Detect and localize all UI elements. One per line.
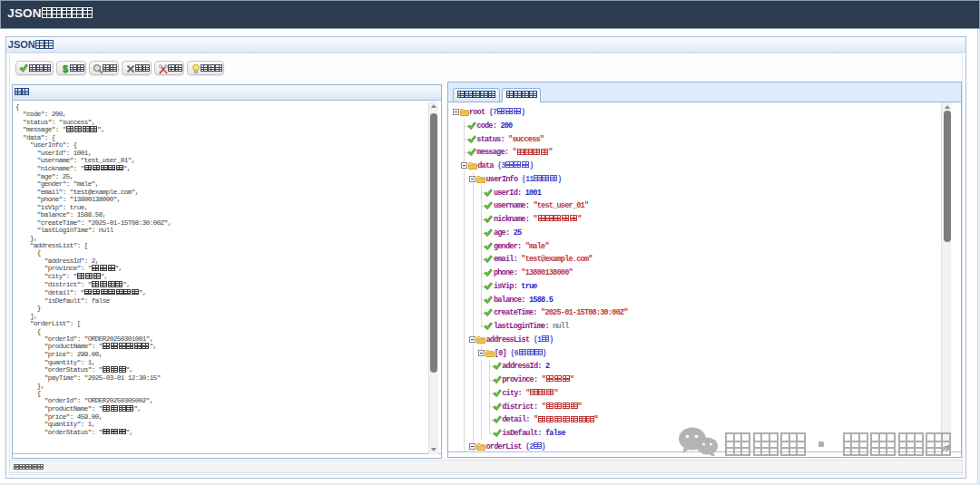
svg-text:$: $ (62, 63, 67, 74)
